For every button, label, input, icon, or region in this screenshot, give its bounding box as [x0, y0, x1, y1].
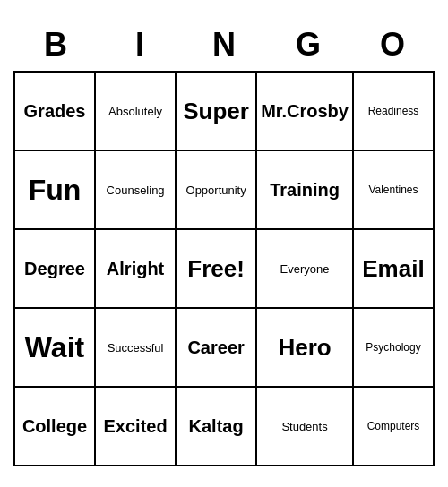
cell-r0-c3: Mr.Crosby [257, 73, 354, 151]
cell-r3-c3: Hero [257, 309, 354, 388]
cell-r4-c3: Students [257, 388, 354, 466]
bingo-grid: GradesAbsolutelySuperMr.CrosbyReadinessF… [13, 71, 435, 466]
header-g: G [266, 21, 350, 69]
cell-r0-c2: Super [177, 73, 257, 151]
cell-r3-c4: Psychology [354, 309, 435, 388]
header-n: N [182, 21, 266, 69]
bingo-header: B I N G O [13, 21, 435, 69]
cell-r2-c2: Free! [177, 230, 257, 309]
cell-r2-c4: Email [354, 230, 435, 309]
bingo-card: B I N G O GradesAbsolutelySuperMr.Crosby… [13, 21, 435, 466]
header-b: B [13, 21, 98, 69]
cell-r3-c2: Career [177, 309, 257, 388]
cell-r1-c0: Fun [15, 151, 96, 230]
cell-r1-c4: Valentines [354, 151, 435, 230]
cell-r1-c3: Training [257, 151, 354, 230]
cell-r0-c4: Readiness [354, 73, 435, 151]
cell-r2-c1: Alright [96, 230, 177, 309]
cell-r4-c0: College [15, 388, 96, 466]
cell-r4-c1: Excited [96, 388, 177, 466]
cell-r4-c2: Kaltag [177, 388, 257, 466]
cell-r1-c2: Opportunity [177, 151, 257, 230]
header-o: O [350, 21, 435, 69]
cell-r2-c3: Everyone [257, 230, 354, 309]
cell-r3-c0: Wait [15, 309, 96, 388]
header-i: I [98, 21, 182, 69]
cell-r0-c0: Grades [15, 73, 96, 151]
cell-r0-c1: Absolutely [96, 73, 177, 151]
cell-r1-c1: Counseling [96, 151, 177, 230]
cell-r2-c0: Degree [15, 230, 96, 309]
cell-r4-c4: Computers [354, 388, 435, 466]
cell-r3-c1: Successful [96, 309, 177, 388]
